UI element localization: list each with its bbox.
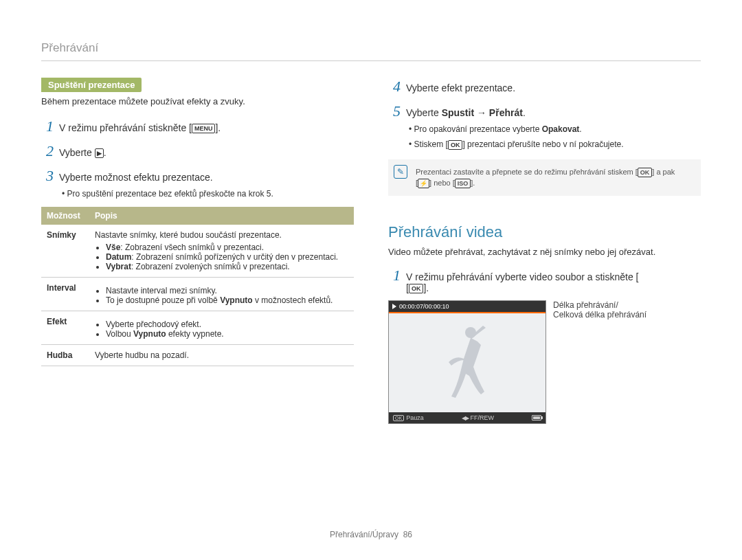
step-number: 5: [388, 102, 401, 120]
ok-button-icon: OK: [638, 168, 653, 177]
step-5-sub1: • Pro opakování prezentace vyberte Opako…: [409, 124, 701, 134]
note-box: ✎ Prezentaci zastavíte a přepnete se do …: [388, 159, 701, 196]
step-number: 4: [388, 78, 401, 96]
ok-button-icon: OK: [448, 140, 463, 150]
svg-point-0: [465, 327, 476, 338]
play-icon: [392, 304, 396, 309]
step-1: 1 V režimu přehrávání stiskněte [MENU].: [41, 117, 354, 135]
battery-icon: [532, 415, 541, 421]
table-row: Snímky Nastavte snímky, které budou souč…: [41, 225, 354, 278]
play-icon: ▶: [95, 148, 104, 158]
video-screen: 00:00:07/00:00:10 OK Pauza ◀▶ FF/REW: [388, 300, 546, 424]
step-4: 4 Vyberte efekt prezentace.: [388, 78, 701, 96]
step-number: 2: [41, 142, 54, 160]
subsection-tag: Spuštění prezentace: [41, 78, 142, 92]
pause-label: Pauza: [406, 414, 424, 421]
table-row: Interval Nastavte interval mezi snímky. …: [41, 278, 354, 311]
ok-button-icon: OK: [409, 284, 424, 293]
left-right-icon: ◀▶: [462, 415, 469, 421]
intro-text: Během prezentace můžete používat efekty …: [41, 96, 354, 107]
table-row: Efekt Vyberte přechodový efekt. Volbou V…: [41, 311, 354, 345]
step-5-sub2: • Stiskem [OK] prezentaci přerušíte nebo…: [409, 139, 701, 150]
left-column: Spuštění prezentace Během prezentace můž…: [41, 78, 354, 424]
step-2: 2 Vyberte ▶.: [41, 142, 354, 160]
right-column: 4 Vyberte efekt prezentace. 5 Vyberte Sp…: [388, 78, 701, 424]
callout-text: Délka přehrávání/ Celková délka přehrává…: [553, 300, 647, 320]
timecode: 00:00:07/00:00:10: [399, 303, 449, 310]
step-number: 1: [388, 267, 401, 284]
ffrew-label: FF/REW: [471, 414, 495, 421]
step-text: Vyberte možnost efektu prezentace.: [59, 172, 213, 183]
options-table: Možnost Popis Snímky Nastavte snímky, kt…: [41, 207, 354, 366]
video-desc: Video můžete přehrávat, zachytávat z něj…: [388, 247, 701, 257]
step-number: 1: [41, 117, 54, 135]
page-footer: Přehrávání/Úpravy 86: [0, 530, 742, 539]
step-text: Vyberte: [59, 147, 95, 158]
table-row: Hudba Vyberte hudbu na pozadí.: [41, 345, 354, 366]
video-playback-heading: Přehrávání videa: [388, 223, 701, 241]
ok-small-icon: OK: [393, 415, 404, 421]
step-text: V režimu přehrávání stiskněte [: [59, 122, 192, 133]
menu-button-icon: MENU: [192, 124, 216, 133]
flash-icon: ⚡: [418, 179, 429, 188]
note-icon: ✎: [394, 165, 407, 179]
playback-figure: 00:00:07/00:00:10 OK Pauza ◀▶ FF/REW: [388, 300, 701, 424]
table-header-option: Možnost: [41, 207, 89, 225]
callout-line: [389, 312, 546, 313]
step-text: Vyberte efekt prezentace.: [406, 82, 515, 93]
dancer-graphic: [443, 324, 491, 400]
step-number: 3: [41, 167, 54, 185]
table-header-desc: Popis: [89, 207, 354, 225]
video-step-1: 1 V režimu přehrávání vyberte video soub…: [388, 267, 701, 293]
step-3-sub: • Pro spuštění prezentace bez efektů pře…: [62, 189, 354, 199]
iso-button-icon: ISO: [455, 179, 471, 188]
section-header: Přehrávání: [41, 41, 701, 61]
step-3: 3 Vyberte možnost efektu prezentace.: [41, 167, 354, 185]
step-5: 5 Vyberte Spustit → Přehrát.: [388, 102, 701, 120]
